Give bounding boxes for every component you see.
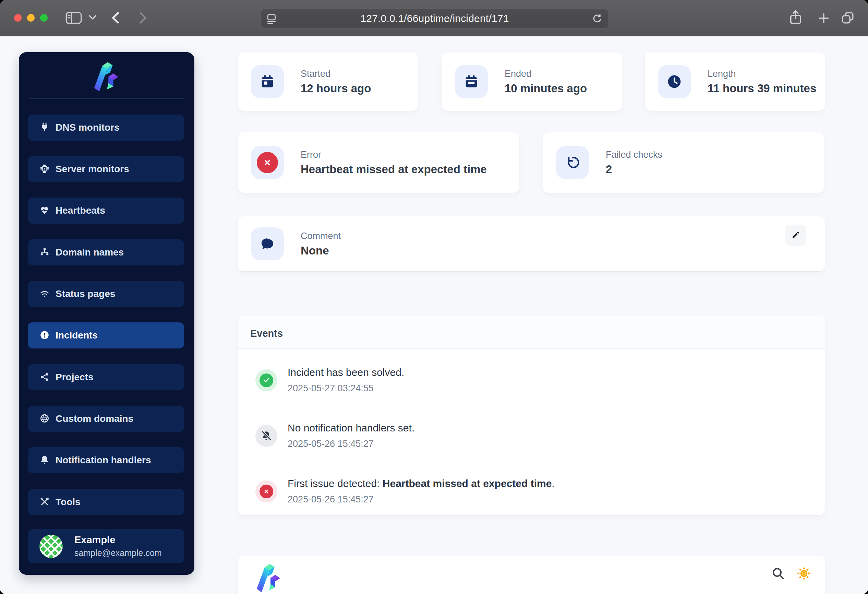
toggle-sidebar-button[interactable] <box>65 10 82 26</box>
sidebar-item-label: Heartbeats <box>56 205 105 216</box>
comment-card: Comment None <box>238 216 825 271</box>
error-card: Error Heartbeat missed at expected time <box>238 132 520 193</box>
event-row-no-handlers: No notification handlers set. 2025-05-26… <box>255 422 415 449</box>
browser-window: 127.0.0.1/66uptime/incident/171 <box>0 0 868 594</box>
user-email: sample@example.com <box>74 548 162 558</box>
event-timestamp: 2025-05-27 03:24:55 <box>288 383 404 394</box>
sidebar-item-projects[interactable]: Projects <box>28 364 184 390</box>
microchip-icon <box>40 164 50 175</box>
event-timestamp: 2025-05-26 15:45:27 <box>288 494 555 505</box>
footer-logo-icon <box>252 559 286 594</box>
stat-value: None <box>301 244 341 257</box>
share-icon <box>788 22 803 27</box>
failed-checks-card: Failed checks 2 <box>543 132 824 193</box>
avatar <box>40 535 63 558</box>
circle-check-icon <box>255 369 278 391</box>
stat-label: Length <box>707 69 816 79</box>
wifi-icon <box>40 288 50 300</box>
stat-value: 11 hours 39 minutes <box>707 82 816 95</box>
stat-label: Started <box>301 69 371 79</box>
clock-icon <box>658 65 691 98</box>
back-button[interactable] <box>109 10 123 27</box>
reload-icon[interactable] <box>591 13 603 26</box>
sidebar-divider <box>29 98 184 99</box>
bell-slash-icon <box>255 425 278 447</box>
sidebar-item-notification-handlers[interactable]: Notification handlers <box>28 447 184 473</box>
user-name: Example <box>74 534 162 546</box>
stat-label: Ended <box>505 69 587 79</box>
plus-icon <box>817 21 830 26</box>
chevron-down-icon <box>89 16 97 22</box>
stat-card-ended: Ended 10 minutes ago <box>442 52 622 111</box>
sidebar-item-label: Domain names <box>56 247 124 258</box>
stat-label: Failed checks <box>606 149 662 160</box>
circle-xmark-icon <box>251 146 284 179</box>
comment-icon <box>251 228 284 260</box>
address-bar[interactable]: 127.0.0.1/66uptime/incident/171 <box>261 9 609 28</box>
sidebar-item-tools[interactable]: Tools <box>28 489 184 515</box>
stat-value: 10 minutes ago <box>505 82 587 95</box>
circle-exclamation-icon <box>40 330 50 341</box>
footer-card <box>238 556 825 594</box>
sidebar-item-incidents[interactable]: Incidents <box>28 322 184 349</box>
circle-xmark-icon <box>255 480 278 502</box>
events-card: Events Incident has been solved. 2025-05… <box>238 316 825 515</box>
close-window-button[interactable] <box>14 14 22 22</box>
event-text: No notification handlers set. <box>288 422 415 434</box>
stat-value: 2 <box>606 163 662 176</box>
sidebar-item-label: Status pages <box>56 288 115 299</box>
events-title: Events <box>250 328 283 339</box>
sidebar-item-label: Tools <box>56 496 81 508</box>
globe-icon <box>40 413 50 425</box>
tabs-icon <box>841 21 855 26</box>
sidebar-menu-chevron[interactable] <box>89 15 97 22</box>
sidebar-toggle-icon <box>65 21 82 26</box>
sun-icon <box>796 577 812 582</box>
sidebar-item-domain-names[interactable]: Domain names <box>28 239 184 266</box>
event-text: First issue detected: Heartbeat missed a… <box>288 478 555 489</box>
sidebar-item-label: Server monitors <box>56 164 129 174</box>
calendar-minus-icon <box>455 65 488 98</box>
sidebar-item-label: Incidents <box>56 330 98 341</box>
sidebar-item-label: Notification handlers <box>56 455 151 466</box>
new-tab-button[interactable] <box>817 12 830 26</box>
share-button[interactable] <box>788 9 803 27</box>
sidebar-item-server-monitors[interactable]: Server monitors <box>28 156 184 182</box>
browser-titlebar: 127.0.0.1/66uptime/incident/171 <box>0 0 868 36</box>
sidebar-item-heartbeats[interactable]: Heartbeats <box>28 198 184 224</box>
search-icon <box>771 577 786 582</box>
theme-toggle-button[interactable] <box>796 566 812 582</box>
plug-icon <box>40 122 50 133</box>
url-text: 127.0.0.1/66uptime/incident/171 <box>360 13 509 24</box>
heart-pulse-icon <box>40 205 50 216</box>
event-row-first-issue: First issue detected: Heartbeat missed a… <box>255 478 555 505</box>
sidebar-item-label: Custom domains <box>56 413 133 424</box>
edit-comment-button[interactable] <box>785 225 806 246</box>
stat-value: Heartbeat missed at expected time <box>301 163 487 176</box>
search-button[interactable] <box>771 566 786 582</box>
bell-icon <box>40 455 50 466</box>
stat-card-started: Started 12 hours ago <box>238 52 418 111</box>
minimize-window-button[interactable] <box>27 14 35 22</box>
sidebar-item-status-pages[interactable]: Status pages <box>28 281 184 307</box>
sidebar-item-label: Projects <box>56 372 94 383</box>
zoom-window-button[interactable] <box>40 14 48 22</box>
calendar-day-icon <box>251 65 284 98</box>
event-timestamp: 2025-05-26 15:45:27 <box>288 439 415 449</box>
page-format-icon[interactable] <box>266 13 278 26</box>
forward-button[interactable] <box>136 10 149 27</box>
tab-overview-button[interactable] <box>841 10 855 26</box>
sidebar: DNS monitors Server monitors Heartbeats <box>19 52 194 575</box>
sidebar-user-card[interactable]: Example sample@example.com <box>28 529 184 563</box>
sidebar-item-custom-domains[interactable]: Custom domains <box>28 406 184 432</box>
screwdriver-wrench-icon <box>40 496 50 508</box>
stat-label: Error <box>301 149 487 160</box>
rotate-left-icon <box>556 146 589 179</box>
forward-arrow-icon <box>136 21 149 27</box>
pencil-icon <box>791 230 800 241</box>
sidebar-item-dns-monitors[interactable]: DNS monitors <box>28 115 184 140</box>
sitemap-icon <box>40 247 50 258</box>
events-header: Events <box>238 316 825 349</box>
back-arrow-icon <box>109 21 123 27</box>
app-logo-icon <box>88 61 125 94</box>
